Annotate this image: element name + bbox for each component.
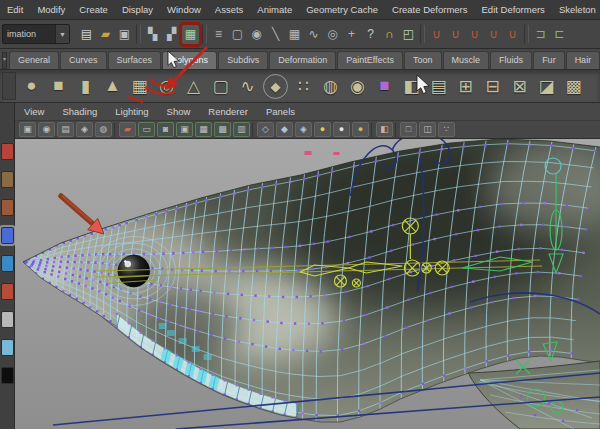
shaded-mode-icon[interactable]: ◆ [276,122,293,137]
menu-item[interactable]: Edit [0,4,30,15]
combine-icon[interactable]: ◧ [398,72,425,100]
viewport-canvas[interactable] [15,139,600,429]
poly-pyramid-icon[interactable]: △ [180,72,207,100]
panel-menu-item[interactable]: Panels [257,106,304,117]
shelf-tab[interactable]: Curves [60,51,107,69]
soft-mod-tool[interactable] [1,339,14,356]
shelf-tab[interactable]: Subdivs [218,51,268,69]
film-gate-icon[interactable]: ▭ [138,122,155,137]
open-scene-icon[interactable]: ▰ [97,25,114,44]
output-connections-icon[interactable]: ⊏ [551,25,568,44]
poly-platonic-icon[interactable]: ◆ [263,74,288,99]
menu-item[interactable]: Window [160,4,208,15]
lock-selection-icon[interactable]: ∩ [381,25,398,44]
smooth-mesh-icon[interactable]: ◍ [317,72,344,100]
shelf-tab[interactable]: Muscle [443,51,490,69]
universal-manipulator-tool[interactable] [1,311,14,328]
extrude-icon[interactable]: ⊞ [452,72,479,100]
poly-helix-icon[interactable]: ∿ [234,72,261,100]
paint-select-tool[interactable] [1,199,14,216]
bridge-icon[interactable]: ⊟ [479,72,506,100]
menu-item[interactable]: Modify [30,4,72,15]
subdiv-proxy-icon[interactable]: ■ [371,72,398,100]
menu-item[interactable]: Assets [208,4,251,15]
poly-cube-icon[interactable]: ■ [45,72,72,100]
shelf-tab[interactable]: General [9,51,59,69]
menu-item[interactable]: Skeleton [552,4,600,15]
split-polygon-icon[interactable]: ▤ [425,72,452,100]
new-scene-icon[interactable]: ▤ [78,25,95,44]
bookmark-icon[interactable]: ◈ [76,122,93,137]
shelf-tab[interactable]: PaintEffects [337,51,403,69]
textured-mode-icon[interactable]: ◈ [295,122,312,137]
select-component-type-icon[interactable]: ▦ [182,25,199,44]
boolean-icon[interactable]: ⊠ [506,72,533,100]
panel-menu-item[interactable]: Show [158,106,200,117]
shelf-tab[interactable]: Fluids [490,51,532,69]
shelf-tab-scroll-button[interactable]: ▾ [2,52,7,69]
mask-points-icon[interactable]: ◉ [248,25,265,44]
poly-pipe-icon[interactable]: ▢ [207,72,234,100]
mask-rendering-icon[interactable]: ◎ [324,25,341,44]
select-object-type-icon[interactable]: ▞ [163,25,180,44]
multi-cut-icon[interactable]: ▩ [560,72,587,100]
panel-menu-item[interactable]: Renderer [199,106,257,117]
menu-item[interactable]: Create [72,4,115,15]
wireframe-on-shaded-icon[interactable]: ◫ [419,122,436,137]
lasso-tool[interactable] [1,171,14,188]
field-chart-icon[interactable]: ▦ [195,122,212,137]
image-plane-icon[interactable]: ◍ [95,122,112,137]
smooth-preview-icon[interactable]: ◉ [344,72,371,100]
mask-misc-icon[interactable]: + [343,25,360,44]
default-material-icon[interactable]: ∵ [438,122,455,137]
mask-curves-icon[interactable]: ∿ [305,25,322,44]
camera-lock-icon[interactable]: ◉ [38,122,55,137]
textured-light-icon[interactable]: ● [352,122,369,137]
xray-mode-icon[interactable]: □ [400,122,417,137]
poly-plane-icon[interactable]: ▦ [126,72,153,100]
poly-cylinder-icon[interactable]: ▮ [72,72,99,100]
snap-grid-icon[interactable]: ∪ [428,25,445,44]
select-tool[interactable] [1,143,14,160]
shelf-tab[interactable]: Polygons [162,51,217,69]
camera-select-icon[interactable]: ▣ [19,122,36,137]
highlight-selection-icon[interactable]: ◰ [400,25,417,44]
isolate-select-icon[interactable]: ◧ [376,122,393,137]
gate-colors-icon[interactable]: ▰ [119,122,136,137]
menu-set-dropdown[interactable]: imation ▼ [2,24,70,44]
panel-menu-item[interactable]: Shading [53,106,106,117]
snap-view-plane-icon[interactable]: ∪ [485,25,502,44]
menu-item[interactable]: Animate [250,4,299,15]
menu-item[interactable]: Geometry Cache [299,4,385,15]
mask-handles-icon[interactable]: ▢ [229,25,246,44]
camera-attrs-icon[interactable]: ▤ [57,122,74,137]
mask-lines-icon[interactable]: ╲ [267,25,284,44]
use-default-light-icon[interactable]: ● [314,122,331,137]
shelf-tab[interactable]: Hair [566,51,600,69]
poly-torus-icon[interactable]: ◎ [153,72,180,100]
bevel-icon[interactable]: ◪ [533,72,560,100]
panel-menu-item[interactable]: View [15,106,53,117]
safe-action-icon[interactable]: ▩ [214,122,231,137]
all-lights-on-icon[interactable]: ● [333,122,350,137]
help-mode-icon[interactable]: ? [362,25,379,44]
scale-tool[interactable] [1,283,14,300]
poly-sphere-icon[interactable]: ● [18,72,45,100]
gate-mask-icon[interactable]: ▣ [176,122,193,137]
menu-item[interactable]: Display [115,4,160,15]
menu-item[interactable]: Create Deformers [385,4,475,15]
menu-item[interactable]: Edit Deformers [475,4,552,15]
resolution-gate-icon[interactable]: ◙ [157,122,174,137]
chevron-down-icon[interactable]: ▼ [55,25,69,43]
rotate-tool[interactable] [1,255,14,272]
select-hierarchy-icon[interactable]: ▚ [144,25,161,44]
shelf-tab[interactable]: Toon [404,51,442,69]
mask-surfaces-icon[interactable]: ▦ [286,25,303,44]
poly-dice-icon[interactable]: ∷ [290,72,317,100]
snap-surface-icon[interactable]: ∪ [504,25,521,44]
shelf-handle[interactable] [2,72,16,100]
shelf-tab[interactable]: Fur [533,51,565,69]
input-connections-icon[interactable]: ⊐ [532,25,549,44]
selection-mask-menu-icon[interactable]: ≡ [210,25,227,44]
snap-point-icon[interactable]: ∪ [466,25,483,44]
